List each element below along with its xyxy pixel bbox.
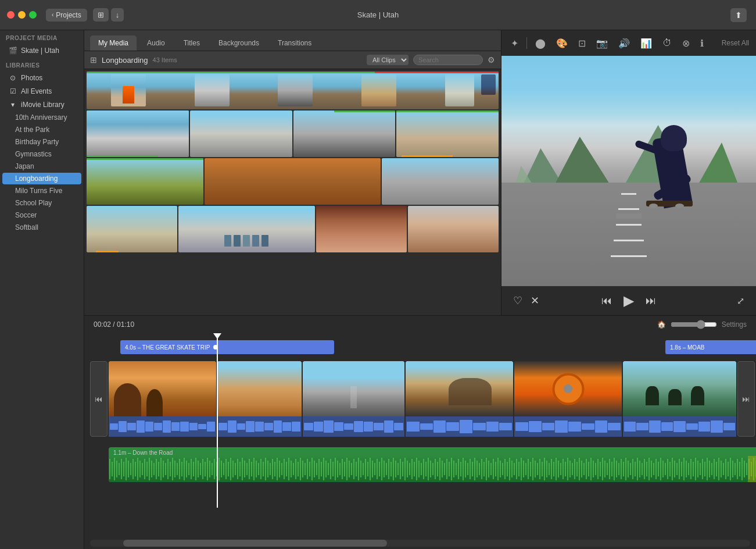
media-header-controls: All Clips ⚙ (367, 55, 495, 65)
timeline-settings-button[interactable]: Settings (722, 320, 747, 329)
play-button[interactable]: ▶ (624, 293, 634, 309)
scroll-thumb[interactable] (123, 540, 387, 547)
media-thumb-5[interactable] (396, 110, 499, 157)
item-count: 43 Items (153, 56, 177, 63)
waveform-5 (514, 416, 622, 437)
track-skip-right-button[interactable]: ⏭ (737, 361, 755, 437)
waveform-2 (217, 416, 302, 437)
color-balance-button[interactable]: ⬤ (533, 37, 548, 50)
preview-panel: ✦ ⬤ 🎨 ⊡ 📷 🔊 📊 ⏱ ⊗ ℹ Reset All (501, 30, 756, 315)
video-track: ⏮ (90, 361, 756, 443)
sidebar-item-gymnastics[interactable]: Gymnastics (2, 148, 81, 160)
media-thumb-10[interactable] (178, 206, 314, 252)
preview-video-content (501, 56, 756, 286)
sidebar-item-softball[interactable]: Softball (2, 222, 81, 233)
favorite-button[interactable]: ♡ (513, 294, 522, 307)
reject-button[interactable]: ✕ (531, 294, 539, 307)
media-row-4: ⚙ (87, 206, 499, 252)
sidebar-item-soccer[interactable]: Soccer (2, 209, 81, 221)
media-thumb-11[interactable] (316, 206, 407, 252)
video-clip-2[interactable] (217, 361, 302, 443)
sidebar-item-at-the-park[interactable]: At the Park (2, 124, 81, 136)
media-grid: 3.9s ⚙ (84, 69, 501, 315)
media-thumb-9[interactable]: ⚙ (87, 206, 177, 252)
expand-button[interactable]: ⤢ (737, 295, 744, 306)
search-input[interactable] (413, 55, 483, 65)
track-skip-left-button[interactable]: ⏮ (90, 361, 108, 437)
triangle-icon: ▾ (8, 101, 17, 109)
audio-waveform (109, 456, 756, 482)
title-clip-1[interactable]: 4.0s – THE GREAT SKATE TRIP (120, 340, 334, 354)
projects-button[interactable]: ‹ Projects (46, 9, 87, 22)
media-thumb-8[interactable]: ⚙ (382, 158, 499, 205)
all-clips-select[interactable]: All Clips (367, 55, 409, 65)
playhead-triangle (213, 333, 221, 339)
tab-transitions[interactable]: Transitions (270, 35, 320, 51)
noise-reduction-button[interactable]: ⊗ (680, 37, 692, 50)
color-correct-button[interactable]: 🎨 (554, 37, 570, 50)
media-thumb-1[interactable] (87, 72, 499, 109)
reset-all-button[interactable]: Reset All (722, 39, 749, 47)
waveform-3 (303, 416, 404, 437)
tab-audio[interactable]: Audio (139, 35, 173, 51)
timeline-scrollbar[interactable] (90, 540, 750, 547)
share-button[interactable]: ⬆ (730, 8, 747, 22)
media-thumb-7[interactable] (205, 158, 380, 205)
crop-button[interactable]: ⊡ (576, 37, 588, 50)
next-frame-button[interactable]: ⏭ (646, 295, 656, 307)
tab-my-media[interactable]: My Media (90, 35, 137, 51)
timeline-section: 00:02 / 01:10 🏠 Settings 4.0s – THE GREA… (84, 315, 756, 549)
media-thumb-12[interactable] (408, 206, 499, 252)
sidebar: PROJECT MEDIA 🎬 Skate | Utah LIBRARIES ⊙… (0, 30, 84, 549)
sidebar-item-japan[interactable]: Japan (2, 161, 81, 172)
media-thumb-3[interactable]: 3.9s (190, 110, 292, 157)
media-row-2: 3.9s ⚙ (87, 110, 499, 157)
media-thumb-2[interactable] (87, 110, 189, 157)
sidebar-item-school-play[interactable]: School Play (2, 197, 81, 209)
sidebar-item-project[interactable]: 🎬 Skate | Utah (2, 44, 81, 57)
settings-gear-button[interactable]: ⚙ (488, 55, 495, 65)
prev-frame-button[interactable]: ⏮ (601, 295, 612, 307)
media-thumb-4[interactable]: ⚙ (293, 110, 396, 157)
video-clip-1[interactable] (109, 361, 216, 443)
minimize-button[interactable] (18, 11, 26, 19)
import-button[interactable]: ↓ (111, 8, 124, 22)
window-title: Skate | Utah (357, 10, 399, 19)
video-clip-3[interactable] (303, 361, 404, 443)
stabilization-button[interactable]: 📷 (594, 37, 610, 50)
video-clip-5[interactable] (514, 361, 622, 443)
maximize-button[interactable] (29, 11, 37, 19)
info-button[interactable]: ℹ (698, 37, 706, 50)
timeline-track-area: 4.0s – THE GREAT SKATE TRIP 1.8s – MOAB … (84, 333, 756, 508)
equalizer-button[interactable]: 📊 (638, 37, 654, 50)
tab-titles[interactable]: Titles (175, 35, 208, 51)
sidebar-item-photos[interactable]: ⊙ Photos (2, 72, 81, 84)
media-thumb-6[interactable] (87, 158, 203, 205)
sidebar-item-imovie-library[interactable]: ▾ iMovie Library (2, 98, 81, 111)
speed-button[interactable]: ⏱ (660, 37, 674, 49)
sidebar-item-birthday-party[interactable]: Birthday Party (2, 136, 81, 148)
playhead (217, 333, 218, 508)
audio-clip-1[interactable]: 1.1m – Down the Road (109, 447, 756, 482)
audio-track: 1.1m – Down the Road (90, 447, 756, 482)
separator-1 (526, 37, 527, 49)
grid-view-icon[interactable]: ⊞ (90, 55, 97, 65)
close-button[interactable] (7, 11, 15, 19)
timeline-content[interactable]: 4.0s – THE GREAT SKATE TRIP 1.8s – MOAB … (84, 333, 756, 537)
main-layout: PROJECT MEDIA 🎬 Skate | Utah LIBRARIES ⊙… (0, 30, 756, 549)
volume-button[interactable]: 🔊 (616, 37, 632, 50)
zoom-slider[interactable] (671, 320, 717, 329)
magic-wand-button[interactable]: ✦ (508, 37, 521, 50)
media-row-3: ⚙ (87, 158, 499, 205)
sidebar-item-milo-turns-five[interactable]: Milo Turns Five (2, 185, 81, 197)
sidebar-item-longboarding[interactable]: Longboarding (2, 173, 81, 184)
sidebar-item-all-events[interactable]: ☑ All Events (2, 85, 81, 98)
grid-view-button[interactable]: ⊞ (93, 8, 109, 22)
video-clip-4[interactable] (406, 361, 513, 443)
media-header: ⊞ Longboarding 43 Items All Clips ⚙ (84, 51, 501, 69)
tab-backgrounds[interactable]: Backgrounds (210, 35, 267, 51)
title-clip-2[interactable]: 1.8s – MOAB (665, 340, 756, 354)
preview-controls: ♡ ✕ ⏮ ▶ ⏭ ⤢ (501, 286, 756, 315)
sidebar-item-10th-anniversary[interactable]: 10th Anniversary (2, 112, 81, 123)
video-clip-6[interactable] (623, 361, 736, 443)
